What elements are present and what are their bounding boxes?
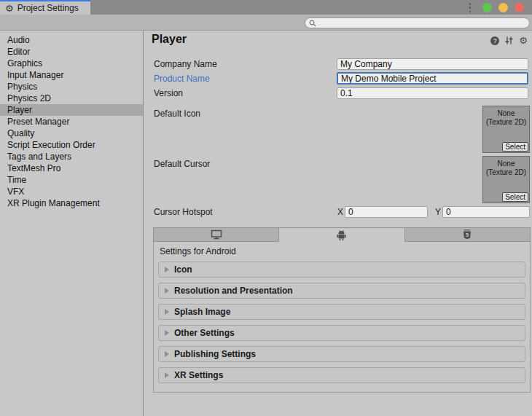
gear-icon[interactable]: ⚙ (519, 36, 528, 45)
section-other-settings[interactable]: Other Settings (158, 325, 525, 341)
settings-for-label: Settings for Android (160, 246, 530, 256)
tab-title: Project Settings (17, 3, 79, 13)
section-publishing-settings[interactable]: Publishing Settings (158, 346, 525, 362)
project-settings-window: ⚙ Project Settings Audio Editor Graphics… (0, 0, 532, 416)
search-icon (309, 20, 316, 27)
foldout-arrow-icon (165, 330, 169, 336)
section-label: XR Settings (174, 370, 223, 380)
texture-none-text: None (483, 109, 529, 118)
window-control-red[interactable] (515, 3, 524, 12)
section-resolution-and-presentation[interactable]: Resolution and Presentation (158, 283, 525, 299)
platform-tab-webgl[interactable]: 5 (405, 228, 530, 242)
tab-project-settings[interactable]: ⚙ Project Settings (0, 0, 90, 15)
default-cursor-select-button[interactable]: Select (502, 192, 528, 202)
section-label: Splash Image (174, 307, 230, 317)
sidebar-item-input-manager[interactable]: Input Manager (0, 69, 143, 81)
platform-settings-group: Settings for Android Icon Resolution and… (153, 242, 531, 393)
company-name-label: Company Name (154, 58, 217, 70)
section-label: Resolution and Presentation (174, 286, 293, 296)
foldout-arrow-icon (165, 351, 169, 357)
presets-icon[interactable] (504, 36, 514, 45)
hotspot-x-field[interactable] (345, 206, 428, 218)
product-name-label: Product Name (154, 73, 210, 85)
default-cursor-texture-slot[interactable]: None (Texture 2D) Select (482, 156, 530, 203)
search-box[interactable] (305, 17, 530, 28)
android-icon (336, 229, 347, 241)
hotspot-y-field[interactable] (442, 206, 530, 218)
foldout-arrow-icon (165, 309, 169, 315)
section-label: Icon (174, 264, 192, 275)
sidebar-item-graphics[interactable]: Graphics (0, 58, 143, 69)
settings-sidebar: Audio Editor Graphics Input Manager Phys… (0, 31, 144, 416)
sidebar-item-tags-and-layers[interactable]: Tags and Layers (0, 151, 143, 162)
version-field[interactable] (337, 87, 528, 99)
sidebar-item-vfx[interactable]: VFX (0, 186, 143, 197)
hotspot-y-label: Y (435, 206, 441, 218)
monitor-icon (211, 229, 222, 240)
section-icon[interactable]: Icon (158, 262, 525, 278)
section-label: Other Settings (174, 328, 235, 338)
window-tab-strip: ⚙ Project Settings (0, 0, 532, 15)
texture-type-text: (Texture 2D) (483, 118, 529, 127)
sidebar-item-time[interactable]: Time (0, 174, 143, 186)
company-name-field[interactable] (337, 58, 528, 70)
platform-tab-android[interactable] (279, 228, 404, 242)
default-icon-select-button[interactable]: Select (502, 142, 528, 152)
sidebar-item-audio[interactable]: Audio (0, 34, 143, 46)
foldout-arrow-icon (165, 288, 169, 294)
section-xr-settings[interactable]: XR Settings (158, 367, 525, 383)
window-control-green[interactable] (482, 3, 492, 12)
window-control-yellow[interactable] (498, 3, 508, 12)
content: Audio Editor Graphics Input Manager Phys… (0, 31, 532, 416)
kebab-menu-icon[interactable] (467, 3, 473, 12)
gear-icon: ⚙ (5, 4, 14, 13)
sidebar-item-player[interactable]: Player (0, 104, 143, 116)
sidebar-item-physics-2d[interactable]: Physics 2D (0, 93, 143, 104)
cursor-hotspot-label: Cursor Hotspot (154, 206, 213, 218)
section-label: Publishing Settings (174, 349, 256, 359)
version-label: Version (154, 87, 183, 99)
foldout-arrow-icon (165, 267, 169, 272)
sidebar-item-physics[interactable]: Physics (0, 81, 143, 93)
hotspot-x-label: X (337, 206, 343, 218)
section-splash-image[interactable]: Splash Image (158, 304, 525, 320)
help-icon[interactable]: ? (490, 36, 499, 45)
default-icon-texture-slot[interactable]: None (Texture 2D) Select (482, 106, 530, 153)
foldout-arrow-icon (165, 372, 169, 378)
page-title: Player (152, 33, 187, 46)
platform-tab-standalone[interactable] (154, 228, 279, 242)
html5-icon: 5 (463, 229, 472, 240)
svg-text:5: 5 (466, 232, 469, 238)
texture-type-text: (Texture 2D) (483, 168, 529, 177)
sidebar-item-editor[interactable]: Editor (0, 46, 143, 58)
sidebar-item-xr-plugin-management[interactable]: XR Plugin Management (0, 197, 143, 209)
sidebar-item-quality[interactable]: Quality (0, 127, 143, 139)
default-icon-label: Default Icon (154, 108, 200, 119)
texture-none-text: None (483, 160, 529, 168)
sidebar-item-textmesh-pro[interactable]: TextMesh Pro (0, 162, 143, 174)
sidebar-item-script-execution-order[interactable]: Script Execution Order (0, 139, 143, 151)
product-name-field[interactable] (337, 72, 528, 85)
toolbar (0, 15, 532, 31)
sidebar-item-preset-manager[interactable]: Preset Manager (0, 116, 143, 127)
search-input[interactable] (318, 19, 529, 28)
platform-tab-bar: 5 (153, 227, 531, 242)
default-cursor-label: Default Cursor (154, 158, 210, 170)
player-settings-panel: Player ? ⚙ Company Name Product Name Ver… (144, 31, 532, 416)
